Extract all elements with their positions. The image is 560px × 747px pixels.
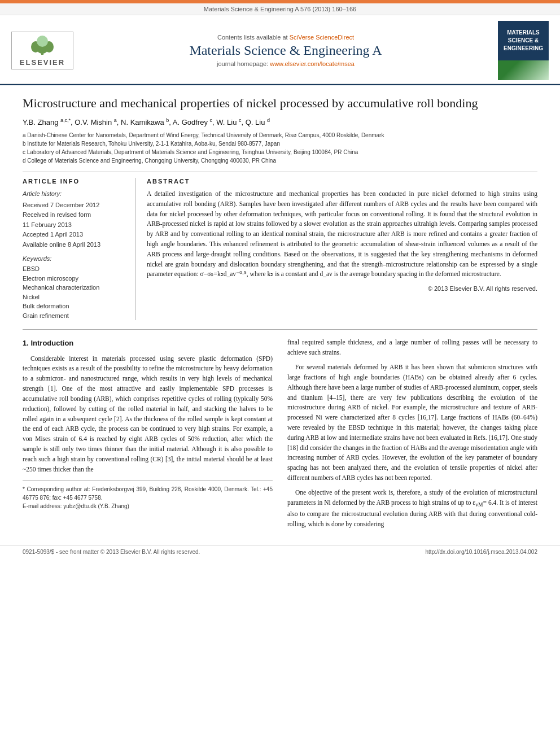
body-divider	[23, 329, 537, 330]
journal-ref-text: Materials Science & Engineering A 576 (2…	[204, 6, 356, 12]
keyword-nickel: Nickel	[23, 292, 127, 302]
body-left-column: 1. Introduction Considerable interest in…	[23, 338, 273, 534]
elsevier-wordmark: ELSEVIER	[20, 58, 65, 67]
journal-main-title: Materials Science & Engineering A	[79, 43, 492, 58]
journal-ref-bar: Materials Science & Engineering A 576 (2…	[0, 3, 560, 15]
keyword-ebsd: EBSD	[23, 264, 127, 274]
received-revised-label: Received in revised form	[23, 211, 91, 218]
article-history: Article history: Received 7 December 201…	[23, 189, 127, 250]
affiliations: a Danish-Chinese Center for Nanometals, …	[23, 131, 537, 165]
authors-text: Y.B. Zhang a,c,*, O.V. Mishin a, N. Kami…	[23, 118, 270, 126]
journal-title-center: Contents lists available at SciVerse Sci…	[73, 34, 498, 67]
sciverse-link[interactable]: SciVerse ScienceDirect	[290, 34, 354, 41]
available-online: Available online 8 April 2013	[23, 241, 100, 248]
journal-logo-text: MATERIALSSCIENCE &ENGINEERING	[504, 29, 543, 53]
article-info-abstract-row: ARTICLE INFO Article history: Received 7…	[23, 178, 537, 321]
journal-logo-box: MATERIALSSCIENCE &ENGINEERING	[498, 21, 549, 60]
journal-logo-right: MATERIALSSCIENCE &ENGINEERING	[498, 21, 549, 80]
elsevier-logo-box: ELSEVIER	[11, 32, 73, 69]
accepted-date: Accepted 1 April 2013	[23, 231, 83, 238]
journal-logo-image	[498, 60, 549, 80]
footnote-email: E-mail address: yubz@dtu.dk (Y.B. Zhang)	[23, 502, 273, 510]
received-revised-date: 11 February 2013	[23, 221, 72, 228]
history-label: Article history:	[23, 189, 127, 199]
keyword-bulk-deformation: Bulk deformation	[23, 302, 127, 311]
affiliation-a: a Danish-Chinese Center for Nanometals, …	[23, 131, 537, 139]
affiliation-b: b Institute for Materials Research, Toho…	[23, 139, 537, 148]
abstract-column: ABSTRACT A detailed investigation of the…	[147, 178, 537, 321]
abstract-text: A detailed investigation of the microstr…	[147, 189, 537, 279]
body-right-para-3: One objective of the present work is, th…	[287, 488, 537, 530]
journal-header: ELSEVIER Contents lists available at Sci…	[0, 15, 560, 84]
elsevier-logo: ELSEVIER	[11, 32, 73, 69]
sciverse-text: SciVerse ScienceDirect	[290, 34, 354, 41]
body-right-column: final required sample thickness, and a l…	[287, 338, 537, 534]
section-divider-1	[23, 172, 537, 172]
footer-issn: 0921-5093/$ - see front matter © 2013 El…	[23, 549, 200, 555]
footer-doi: http://dx.doi.org/10.1016/j.msea.2013.04…	[426, 549, 537, 555]
article-info-column: ARTICLE INFO Article history: Received 7…	[23, 178, 135, 321]
affil-d-text: d College of Materials Science and Engin…	[23, 156, 276, 165]
keyword-mechanical: Mechanical characterization	[23, 283, 127, 292]
keywords-section: Keywords: EBSD Electron microscopy Mecha…	[23, 255, 127, 320]
keyword-grain-refinement: Grain refinement	[23, 311, 127, 321]
copyright-line: © 2013 Elsevier B.V. All rights reserved…	[147, 285, 537, 292]
journal-homepage-line: journal homepage: www.elsevier.com/locat…	[79, 60, 492, 67]
svg-point-4	[37, 36, 48, 47]
contents-text: Contents lists available at	[217, 34, 288, 41]
received-date: Received 7 December 2012	[23, 202, 99, 208]
body-right-para-2: For several materials deformed by ARB it…	[287, 362, 537, 483]
keyword-electron-microscopy: Electron microscopy	[23, 274, 127, 283]
affil-c-text: c Laboratory of Advanced Materials, Depa…	[23, 148, 358, 156]
homepage-label: journal homepage:	[217, 60, 268, 67]
footnote-corresponding: * Corresponding author at: Frederiksborg…	[23, 485, 273, 502]
footer-bar: 0921-5093/$ - see front matter © 2013 El…	[0, 545, 560, 558]
abstract-header: ABSTRACT	[147, 178, 537, 185]
section1-heading: 1. Introduction	[23, 338, 273, 349]
affiliation-c: c Laboratory of Advanced Materials, Depa…	[23, 148, 537, 156]
main-content: Microstructure and mechanical properties…	[0, 85, 560, 545]
body-left-para-1: Considerable interest in materials proce…	[23, 354, 273, 475]
article-title: Microstructure and mechanical properties…	[23, 95, 537, 112]
page: Materials Science & Engineering A 576 (2…	[0, 0, 560, 747]
affiliation-d: d College of Materials Science and Engin…	[23, 156, 537, 165]
footnote-email-label: E-mail address:	[23, 503, 62, 509]
body-content: 1. Introduction Considerable interest in…	[23, 338, 537, 534]
article-info-header: ARTICLE INFO	[23, 178, 127, 185]
affil-a-text: a Danish-Chinese Center for Nanometals, …	[23, 131, 384, 139]
affil-b-text: b Institute for Materials Research, Toho…	[23, 139, 280, 148]
elsevier-tree-icon	[25, 34, 59, 57]
authors-line: Y.B. Zhang a,c,*, O.V. Mishin a, N. Kami…	[23, 117, 537, 126]
footnote-section: * Corresponding author at: Frederiksborg…	[23, 480, 273, 510]
body-right-para-1: final required sample thickness, and a l…	[287, 338, 537, 358]
contents-available-line: Contents lists available at SciVerse Sci…	[79, 34, 492, 41]
homepage-url[interactable]: www.elsevier.com/locate/msea	[270, 60, 355, 67]
footnote-email-address: yubz@dtu.dk (Y.B. Zhang)	[63, 503, 129, 509]
keywords-label: Keywords:	[23, 255, 127, 262]
